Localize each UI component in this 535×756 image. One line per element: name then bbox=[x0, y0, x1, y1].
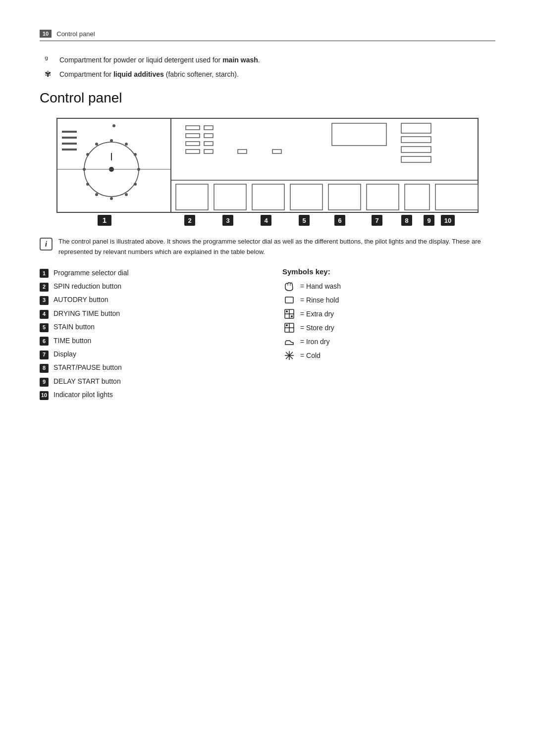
svg-point-19 bbox=[95, 143, 98, 146]
item-number: 8 bbox=[40, 364, 49, 373]
list-item: 6TIME button bbox=[40, 335, 253, 346]
symbol-row: = Store dry bbox=[282, 322, 495, 333]
intro-text-1: Compartment for powder or liquid deterge… bbox=[59, 55, 260, 65]
symbol-text: = Extra dry bbox=[300, 310, 334, 318]
svg-rect-30 bbox=[204, 142, 213, 146]
list-item: 7Display bbox=[40, 349, 253, 359]
svg-rect-69 bbox=[285, 297, 293, 303]
svg-point-14 bbox=[110, 197, 113, 200]
svg-rect-34 bbox=[272, 150, 281, 153]
item-label: DRYING TIME button bbox=[54, 308, 120, 319]
list-item: 10Indicator pilot lights bbox=[40, 389, 253, 400]
svg-text:9: 9 bbox=[427, 217, 430, 224]
item-number: 9 bbox=[40, 378, 49, 387]
svg-rect-27 bbox=[186, 134, 200, 138]
svg-text:10: 10 bbox=[444, 217, 451, 224]
item-label: Programme selector dial bbox=[54, 267, 129, 278]
svg-rect-48 bbox=[435, 184, 478, 210]
svg-rect-5 bbox=[62, 149, 77, 151]
symbol-text: = Iron dry bbox=[300, 338, 330, 346]
item-label: STAIN button bbox=[54, 321, 95, 332]
item-number: 4 bbox=[40, 310, 49, 319]
store_dry-symbol-icon bbox=[282, 322, 296, 333]
intro-line-1: ᵍ Compartment for powder or liquid deter… bbox=[45, 53, 495, 66]
svg-point-78 bbox=[286, 324, 288, 326]
item-number: 1 bbox=[40, 269, 49, 278]
svg-rect-31 bbox=[186, 150, 200, 153]
symbol-text: = Rinse hold bbox=[300, 296, 339, 304]
list-item: 2SPIN reduction button bbox=[40, 281, 253, 292]
rinse_hold-symbol-icon bbox=[282, 295, 296, 305]
intro-line-2: ✾ Compartment for liquid additives (fabr… bbox=[45, 68, 495, 80]
svg-text:6: 6 bbox=[338, 217, 341, 224]
svg-text:5: 5 bbox=[302, 217, 306, 224]
svg-rect-41 bbox=[176, 184, 208, 210]
item-number: 6 bbox=[40, 337, 49, 346]
svg-point-10 bbox=[134, 153, 137, 156]
svg-point-15 bbox=[95, 193, 98, 196]
item-label: DELAY START button bbox=[54, 376, 121, 387]
panel-diagram-svg: 1 2 3 4 5 6 7 8 9 bbox=[54, 116, 481, 227]
list-item: 9DELAY START button bbox=[40, 376, 253, 387]
svg-rect-3 bbox=[62, 137, 77, 139]
symbols-key-title: Symbols key: bbox=[282, 267, 495, 276]
item-label: AUTODRY button bbox=[54, 294, 108, 305]
iron_dry-symbol-icon bbox=[282, 336, 296, 347]
svg-rect-29 bbox=[186, 142, 200, 146]
page-header: 10 Control panel bbox=[40, 30, 495, 41]
item-number: 5 bbox=[40, 323, 49, 332]
info-icon: i bbox=[40, 238, 53, 251]
svg-rect-38 bbox=[401, 147, 431, 152]
svg-point-9 bbox=[125, 143, 128, 146]
item-label: Display bbox=[54, 349, 76, 359]
hand_wash-symbol-icon bbox=[282, 281, 296, 292]
svg-rect-4 bbox=[62, 143, 77, 145]
panel-diagram-container: 1 2 3 4 5 6 7 8 9 bbox=[54, 116, 481, 229]
intro-text-2: Compartment for liquid additives (fabric… bbox=[59, 69, 239, 80]
list-item: 1Programme selector dial bbox=[40, 267, 253, 278]
main-wash-icon: ᵍ bbox=[45, 53, 55, 66]
symbol-text: = Hand wash bbox=[300, 282, 341, 290]
svg-text:1: 1 bbox=[103, 216, 107, 224]
liquid-additives-icon: ✾ bbox=[45, 68, 55, 80]
two-column-layout: 1Programme selector dial2SPIN reduction … bbox=[40, 267, 495, 403]
page-header-title: Control panel bbox=[56, 30, 95, 38]
info-box: i The control panel is illustrated above… bbox=[40, 237, 495, 257]
svg-point-8 bbox=[110, 139, 113, 142]
svg-rect-37 bbox=[401, 137, 431, 143]
symbol-row: = Extra dry bbox=[282, 308, 495, 319]
symbols-key: Symbols key: = Hand wash= Rinse hold= Ex… bbox=[282, 267, 495, 403]
svg-rect-45 bbox=[328, 184, 361, 210]
svg-rect-2 bbox=[62, 131, 77, 133]
intro-lines: ᵍ Compartment for powder or liquid deter… bbox=[40, 53, 495, 80]
item-label: Indicator pilot lights bbox=[54, 389, 113, 400]
svg-rect-36 bbox=[401, 123, 431, 133]
symbol-row: = Iron dry bbox=[282, 336, 495, 347]
item-label: TIME button bbox=[54, 335, 91, 346]
symbol-text: = Cold bbox=[300, 352, 321, 359]
svg-point-13 bbox=[125, 193, 128, 196]
items-list: 1Programme selector dial2SPIN reduction … bbox=[40, 267, 253, 403]
svg-rect-43 bbox=[252, 184, 284, 210]
item-label: SPIN reduction button bbox=[54, 281, 121, 292]
item-label: START/PAUSE button bbox=[54, 362, 122, 373]
list-item: 8START/PAUSE button bbox=[40, 362, 253, 373]
svg-point-6 bbox=[112, 124, 115, 127]
item-number: 2 bbox=[40, 283, 49, 292]
svg-rect-35 bbox=[332, 123, 386, 146]
svg-rect-39 bbox=[401, 156, 431, 162]
svg-point-74 bbox=[291, 315, 293, 317]
list-item: 3AUTODRY button bbox=[40, 294, 253, 305]
svg-rect-42 bbox=[214, 184, 246, 210]
svg-point-12 bbox=[134, 183, 137, 186]
svg-rect-33 bbox=[238, 150, 247, 153]
svg-rect-44 bbox=[290, 184, 322, 210]
svg-rect-46 bbox=[367, 184, 399, 210]
item-number: 3 bbox=[40, 296, 49, 305]
svg-point-73 bbox=[286, 310, 288, 312]
section-title: Control panel bbox=[40, 90, 495, 106]
svg-rect-47 bbox=[405, 184, 429, 210]
svg-rect-26 bbox=[204, 126, 213, 130]
svg-text:2: 2 bbox=[188, 217, 191, 224]
svg-point-18 bbox=[86, 153, 89, 156]
